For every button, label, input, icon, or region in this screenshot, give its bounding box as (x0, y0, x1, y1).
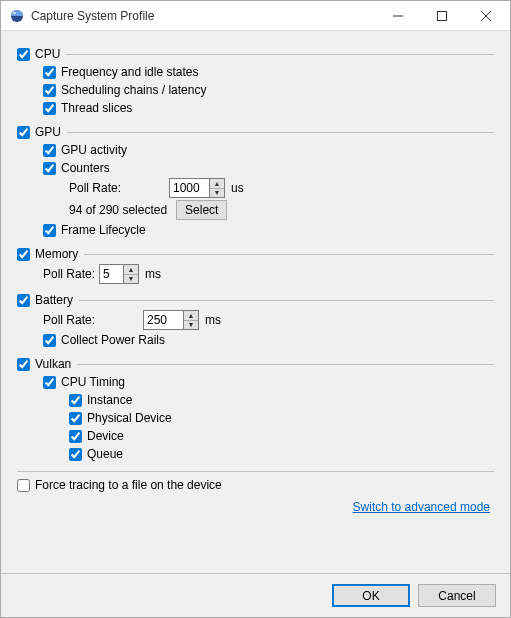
svg-point-1 (13, 12, 16, 14)
force-tracing-label: Force tracing to a file on the device (35, 478, 222, 492)
separator (66, 54, 494, 55)
spinner-down-icon[interactable]: ▼ (184, 320, 198, 330)
spinner-up-icon[interactable]: ▲ (124, 265, 138, 274)
vulkan-queue-label: Queue (87, 447, 123, 461)
battery-poll-rate-input[interactable] (143, 310, 183, 330)
minimize-button[interactable] (376, 2, 420, 30)
memory-poll-rate-spinner[interactable]: ▲ ▼ (123, 264, 139, 284)
cpu-sched-chains-label: Scheduling chains / latency (61, 83, 206, 97)
vulkan-physical-device-label: Physical Device (87, 411, 172, 425)
battery-power-rails-checkbox[interactable] (43, 334, 56, 347)
dialog-footer: OK Cancel (1, 573, 510, 617)
vulkan-physical-device-checkbox[interactable] (69, 412, 82, 425)
gpu-frame-lifecycle-checkbox[interactable] (43, 224, 56, 237)
titlebar: Capture System Profile (1, 1, 510, 31)
battery-power-rails-label: Collect Power Rails (61, 333, 165, 347)
gpu-poll-rate-spinner[interactable]: ▲ ▼ (209, 178, 225, 198)
dialog-window: Capture System Profile CPU Frequency an (0, 0, 511, 618)
gpu-counters-label: Counters (61, 161, 110, 175)
svg-rect-3 (438, 11, 447, 20)
vulkan-instance-label: Instance (87, 393, 132, 407)
gpu-label: GPU (35, 125, 61, 139)
cancel-button[interactable]: Cancel (418, 584, 496, 607)
memory-poll-rate-input[interactable] (99, 264, 123, 284)
separator (77, 364, 494, 365)
cpu-freq-idle-label: Frequency and idle states (61, 65, 198, 79)
vulkan-queue-checkbox[interactable] (69, 448, 82, 461)
force-tracing-checkbox[interactable] (17, 479, 30, 492)
battery-poll-rate-spinner[interactable]: ▲ ▼ (183, 310, 199, 330)
gpu-counters-select-button[interactable]: Select (176, 200, 227, 220)
separator (67, 132, 494, 133)
battery-poll-rate-label: Poll Rate: (43, 313, 143, 327)
vulkan-cpu-timing-label: CPU Timing (61, 375, 125, 389)
vulkan-label: Vulkan (35, 357, 71, 371)
cpu-sched-chains-checkbox[interactable] (43, 84, 56, 97)
gpu-counters-checkbox[interactable] (43, 162, 56, 175)
memory-poll-rate-label: Poll Rate: (43, 267, 99, 281)
vulkan-device-checkbox[interactable] (69, 430, 82, 443)
spinner-down-icon[interactable]: ▼ (124, 274, 138, 284)
maximize-button[interactable] (420, 2, 464, 30)
vulkan-device-label: Device (87, 429, 124, 443)
separator (84, 254, 494, 255)
close-button[interactable] (464, 2, 508, 30)
battery-checkbox[interactable] (17, 294, 30, 307)
memory-label: Memory (35, 247, 78, 261)
separator (17, 471, 494, 472)
battery-poll-rate-unit: ms (205, 313, 221, 327)
spinner-up-icon[interactable]: ▲ (210, 179, 224, 188)
advanced-mode-link[interactable]: Switch to advanced mode (353, 500, 490, 514)
cpu-thread-slices-checkbox[interactable] (43, 102, 56, 115)
separator (79, 300, 494, 301)
gpu-counters-selected-text: 94 of 290 selected (69, 203, 167, 217)
memory-checkbox[interactable] (17, 248, 30, 261)
gpu-poll-rate-input[interactable] (169, 178, 209, 198)
ok-button[interactable]: OK (332, 584, 410, 607)
gpu-poll-rate-unit: us (231, 181, 244, 195)
spinner-up-icon[interactable]: ▲ (184, 311, 198, 320)
app-icon (9, 8, 25, 24)
cpu-freq-idle-checkbox[interactable] (43, 66, 56, 79)
spinner-down-icon[interactable]: ▼ (210, 188, 224, 198)
gpu-frame-lifecycle-label: Frame Lifecycle (61, 223, 146, 237)
gpu-activity-label: GPU activity (61, 143, 127, 157)
vulkan-cpu-timing-checkbox[interactable] (43, 376, 56, 389)
gpu-activity-checkbox[interactable] (43, 144, 56, 157)
memory-poll-rate-unit: ms (145, 267, 161, 281)
cpu-label: CPU (35, 47, 60, 61)
cpu-thread-slices-label: Thread slices (61, 101, 132, 115)
window-title: Capture System Profile (31, 9, 376, 23)
vulkan-checkbox[interactable] (17, 358, 30, 371)
dialog-content: CPU Frequency and idle states Scheduling… (1, 31, 510, 573)
cpu-checkbox[interactable] (17, 48, 30, 61)
gpu-poll-rate-label: Poll Rate: (69, 181, 169, 195)
vulkan-instance-checkbox[interactable] (69, 394, 82, 407)
battery-label: Battery (35, 293, 73, 307)
gpu-checkbox[interactable] (17, 126, 30, 139)
window-controls (376, 2, 508, 30)
